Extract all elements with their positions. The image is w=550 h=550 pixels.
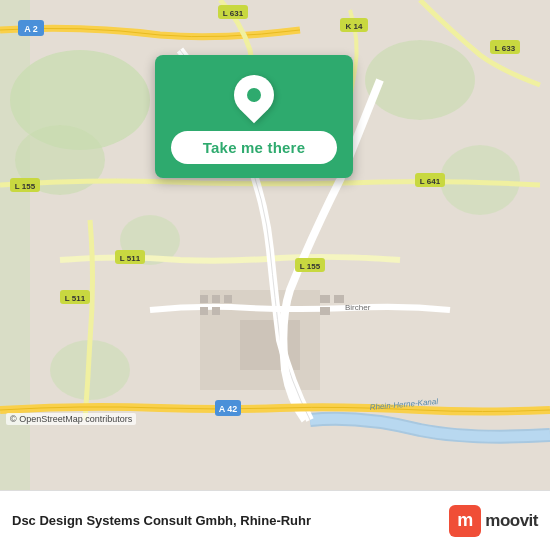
svg-text:L 633: L 633 (495, 44, 516, 53)
osm-attribution: © OpenStreetMap contributors (6, 413, 136, 425)
svg-text:L 155: L 155 (15, 182, 36, 191)
company-name: Dsc Design Systems Consult Gmbh, Rhine-R… (12, 513, 311, 528)
moovit-logo[interactable]: m moovit (449, 505, 538, 537)
svg-rect-39 (320, 307, 330, 315)
svg-rect-35 (200, 307, 208, 315)
svg-rect-32 (200, 295, 208, 303)
map-container: A 2 L 631 L 633 K 14 L 155 L 641 L 511 L… (0, 0, 550, 490)
svg-text:L 631: L 631 (223, 9, 244, 18)
svg-rect-34 (224, 295, 232, 303)
info-bar: Dsc Design Systems Consult Gmbh, Rhine-R… (0, 490, 550, 550)
svg-text:A 42: A 42 (219, 404, 238, 414)
info-left: Dsc Design Systems Consult Gmbh, Rhine-R… (12, 513, 311, 528)
svg-text:A 2: A 2 (24, 24, 38, 34)
svg-rect-37 (320, 295, 330, 303)
svg-text:L 511: L 511 (65, 294, 86, 303)
svg-text:L 155: L 155 (300, 262, 321, 271)
svg-rect-38 (334, 295, 344, 303)
svg-rect-36 (212, 307, 220, 315)
svg-point-3 (365, 40, 475, 120)
svg-text:L 641: L 641 (420, 177, 441, 186)
take-me-there-button[interactable]: Take me there (171, 131, 337, 164)
moovit-icon: m (449, 505, 481, 537)
svg-text:L 511: L 511 (120, 254, 141, 263)
svg-text:Bircher: Bircher (345, 303, 371, 312)
location-pin-icon (232, 73, 276, 117)
svg-rect-33 (212, 295, 220, 303)
svg-rect-9 (240, 320, 300, 370)
moovit-text: moovit (485, 511, 538, 531)
location-card: Take me there (155, 55, 353, 178)
svg-text:K 14: K 14 (346, 22, 363, 31)
